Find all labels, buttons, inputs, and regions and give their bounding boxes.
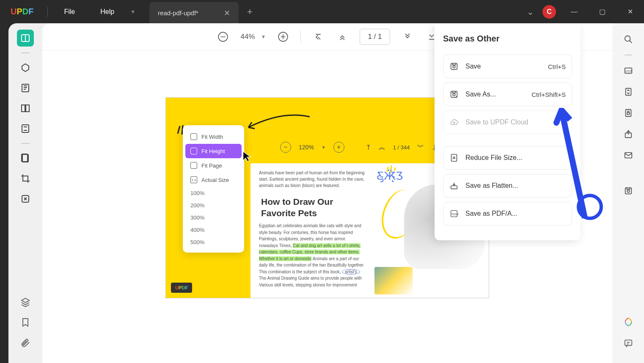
panel-title: Save as Other	[443, 34, 572, 44]
pdfa-icon: PDF/A	[449, 209, 459, 218]
save-as-option[interactable]: Save As... Ctrl+Shift+S	[443, 82, 572, 106]
save-as-icon	[449, 90, 459, 99]
inner-prev-page[interactable]: ︽	[379, 143, 385, 152]
doc-heading: How to Draw Our Favorite Pets	[261, 196, 333, 219]
save-as-other-icon[interactable]	[621, 183, 636, 198]
chevron-down-icon[interactable]: ▼	[322, 145, 326, 150]
new-tab-button[interactable]: +	[239, 6, 261, 17]
cloud-icon	[449, 118, 459, 127]
chevron-down-icon: ▼	[261, 34, 266, 40]
divider	[47, 7, 48, 17]
reader-tool[interactable]	[17, 30, 34, 47]
redact-tool[interactable]	[17, 190, 34, 207]
form-tool[interactable]	[17, 150, 34, 167]
main-area: 44% ▼ 1 / 1 Rea	[8, 23, 644, 363]
divider	[625, 55, 632, 55]
user-avatar[interactable]: C	[542, 5, 556, 19]
ocr-icon[interactable]: OCR	[621, 63, 636, 78]
first-page-button[interactable]	[311, 30, 325, 44]
save-icon	[449, 62, 459, 71]
ai-assistant-icon[interactable]	[621, 314, 636, 330]
page-tool[interactable]	[17, 100, 34, 117]
butterfly-icon: Ƹ̵̡Ӝ̵̨̄Ʒ	[377, 170, 403, 183]
tab-title: read-pdf-updf*	[158, 9, 198, 16]
save-as-flatten-option[interactable]: Save as Flatten...	[443, 174, 572, 198]
divider	[21, 143, 30, 144]
inner-page-display: 1 / 344	[393, 144, 410, 151]
zoom-menu-popup: Fit Width Fit Height Fit Page 1:1Actual …	[183, 125, 244, 253]
next-page-button[interactable]	[401, 30, 414, 44]
crop-tool[interactable]	[17, 170, 34, 187]
photo-thumbnail	[374, 267, 413, 294]
svg-rect-15	[451, 186, 457, 189]
edit-tool[interactable]	[17, 80, 34, 96]
search-icon[interactable]	[621, 32, 636, 47]
inner-first-page[interactable]: ⤒	[366, 143, 371, 151]
protect-icon[interactable]	[621, 105, 636, 121]
zoom-out-button[interactable]	[216, 30, 230, 44]
comment-tool[interactable]	[17, 59, 34, 76]
svg-text:OCR: OCR	[625, 69, 632, 73]
zoom-in-button[interactable]	[276, 30, 290, 44]
save-to-cloud-option[interactable]: Save to UPDF Cloud	[443, 110, 572, 134]
bookmark-icon[interactable]	[17, 314, 34, 331]
inner-zoom-value: 120%	[299, 144, 314, 151]
document-tab[interactable]: read-pdf-updf* ✕	[149, 2, 239, 24]
doc-body-text: Egyptian art celebrates animals like cat…	[259, 223, 365, 288]
minimize-button[interactable]: —	[564, 3, 584, 20]
titlebar: UPDF File Help ▼ read-pdf-updf* ✕ + ⌄ C …	[0, 0, 644, 23]
content-area: 44% ▼ 1 / 1 Rea	[42, 23, 612, 363]
reduce-file-size-option[interactable]: Reduce File Size...	[443, 146, 572, 170]
fit-page-option[interactable]: Fit Page	[183, 158, 244, 173]
fit-height-option[interactable]: Fit Height	[185, 144, 242, 158]
zoom-400[interactable]: 400%	[183, 224, 244, 236]
save-option[interactable]: Save Ctrl+S	[443, 55, 572, 78]
svg-point-13	[453, 94, 455, 96]
tab-close-icon[interactable]: ✕	[224, 8, 230, 18]
organize-tool[interactable]	[17, 120, 34, 137]
svg-rect-4	[22, 125, 29, 132]
svg-rect-26	[625, 188, 631, 194]
save-as-pdfa-option[interactable]: PDF/A Save as PDF/A...	[443, 202, 572, 226]
menu-file[interactable]: File	[51, 8, 88, 16]
svg-rect-23	[627, 113, 630, 115]
svg-point-11	[453, 66, 455, 68]
divider	[300, 30, 301, 43]
convert-icon[interactable]	[621, 84, 636, 99]
svg-point-27	[627, 190, 630, 192]
flatten-icon	[449, 181, 459, 190]
layers-icon[interactable]	[17, 294, 34, 311]
svg-text:PDF/A: PDF/A	[452, 213, 459, 216]
save-as-other-panel: Save as Other Save Ctrl+S Save As... Ctr…	[435, 23, 581, 240]
close-button[interactable]: ✕	[620, 3, 640, 20]
zoom-100[interactable]: 100%	[183, 187, 244, 199]
maximize-button[interactable]: ▢	[592, 3, 612, 20]
inner-next-page[interactable]: ︾	[417, 143, 424, 152]
app-logo: UPDF	[0, 7, 44, 16]
zoom-level[interactable]: 44% ▼	[240, 33, 266, 41]
zoom-200[interactable]: 200%	[183, 199, 244, 212]
attachment-icon[interactable]	[17, 334, 34, 351]
inner-zoom-in[interactable]: +	[333, 142, 344, 153]
email-icon[interactable]	[621, 148, 636, 163]
tab-dropdown-icon[interactable]: ▼	[127, 9, 139, 15]
svg-rect-2	[22, 105, 25, 112]
svg-rect-28	[625, 340, 632, 346]
menu-help[interactable]: Help	[88, 8, 127, 16]
compress-icon	[449, 153, 459, 162]
zoom-300[interactable]: 300%	[183, 212, 244, 224]
inner-zoom-out[interactable]: −	[280, 142, 291, 153]
chevron-down-icon[interactable]: ⌄	[527, 7, 534, 17]
prev-page-button[interactable]	[336, 30, 349, 44]
share-icon[interactable]	[621, 126, 636, 142]
hand-drawn-arrow	[244, 113, 312, 134]
fit-width-option[interactable]: Fit Width	[183, 129, 244, 144]
svg-rect-10	[451, 63, 457, 70]
page-input[interactable]: 1 / 1	[360, 29, 390, 45]
actual-size-option[interactable]: 1:1Actual Size	[183, 173, 244, 187]
cursor-icon	[241, 151, 253, 165]
svg-rect-3	[26, 105, 29, 112]
zoom-500[interactable]: 500%	[183, 236, 244, 248]
chat-icon[interactable]	[621, 336, 636, 351]
svg-point-18	[625, 36, 630, 41]
